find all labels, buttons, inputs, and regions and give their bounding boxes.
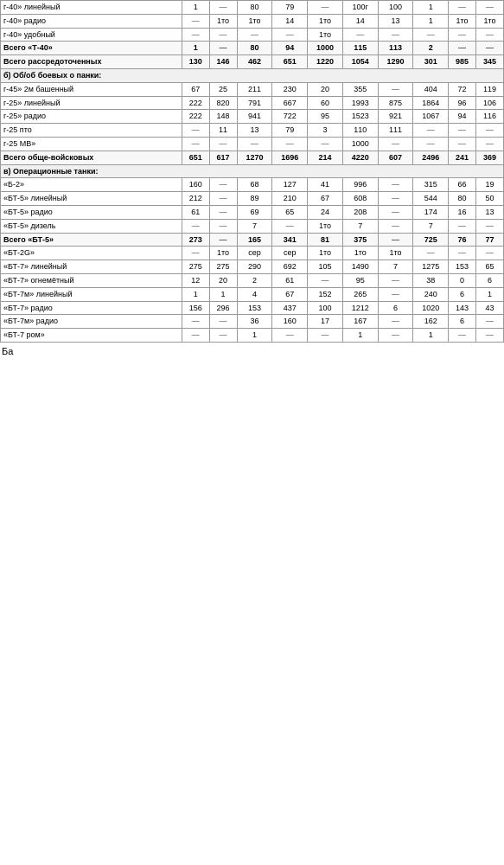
row-cell: — <box>272 28 308 42</box>
row-cell: — <box>449 219 476 233</box>
row-cell: 1 <box>413 1 449 15</box>
row-cell: — <box>413 247 449 260</box>
row-cell: 152 <box>308 287 343 301</box>
row-cell: 1то <box>308 219 343 233</box>
row-cell: 100г <box>342 1 378 15</box>
row-label: Всего обще-войсковых <box>1 151 182 164</box>
row-cell: 667 <box>272 96 308 110</box>
row-cell: 68 <box>237 178 272 192</box>
main-table: г-40» линейный1—8079—100г1001——г-40» рад… <box>0 0 504 343</box>
row-cell: 315 <box>413 178 449 192</box>
row-cell: 41 <box>308 178 343 192</box>
row-cell: 240 <box>413 287 449 301</box>
row-cell: — <box>378 28 413 42</box>
row-cell: 301 <box>413 55 449 69</box>
table-row: Всего рассредоточенных130146462651122010… <box>1 55 504 69</box>
row-label: г-25 пто <box>1 124 182 138</box>
row-cell: 19 <box>475 178 503 192</box>
row-cell: 692 <box>272 260 308 274</box>
row-cell: 111 <box>378 124 413 138</box>
table-row: Всего «БТ-5»273—16534181375—7257677 <box>1 233 504 247</box>
row-cell: 725 <box>413 233 449 247</box>
section-header-row: б) Об/об боевых о панки: <box>1 68 504 82</box>
row-cell: — <box>237 28 272 42</box>
row-cell: 61 <box>272 273 308 287</box>
row-cell: — <box>342 28 378 42</box>
row-cell: — <box>308 137 343 151</box>
row-cell: 65 <box>475 260 503 274</box>
row-cell: 275 <box>209 260 237 274</box>
row-cell: 143 <box>449 301 476 315</box>
row-cell: 116 <box>475 110 503 124</box>
row-cell: 617 <box>209 151 237 164</box>
row-cell: 985 <box>449 55 476 69</box>
row-cell: 1523 <box>342 110 378 124</box>
row-cell: 79 <box>272 124 308 138</box>
row-cell: — <box>449 124 476 138</box>
row-cell: 1490 <box>342 260 378 274</box>
row-cell: 2496 <box>413 151 449 164</box>
row-cell: — <box>182 219 209 233</box>
row-cell: — <box>209 42 237 55</box>
row-cell: 2 <box>413 42 449 55</box>
row-cell: 6 <box>449 287 476 301</box>
row-cell: 25 <box>209 82 237 96</box>
row-cell: 7 <box>413 219 449 233</box>
row-label: г-40» удобный <box>1 28 182 42</box>
row-label: «БТ-7» радио <box>1 301 182 315</box>
row-cell: 1то <box>342 247 378 260</box>
row-cell: 1067 <box>413 110 449 124</box>
row-cell: — <box>182 315 209 329</box>
row-label: г-45» 2м башенный <box>1 82 182 96</box>
row-cell: 1то <box>209 247 237 260</box>
footer-label: Ба <box>0 343 504 360</box>
row-cell: 12 <box>182 273 209 287</box>
row-cell: 651 <box>272 55 308 69</box>
row-cell: 79 <box>272 1 308 15</box>
row-cell: 544 <box>413 192 449 206</box>
row-cell: 222 <box>182 96 209 110</box>
row-cell: 355 <box>342 82 378 96</box>
row-cell: 72 <box>449 82 476 96</box>
row-cell: — <box>449 1 476 15</box>
row-cell: 1то <box>209 14 237 28</box>
row-cell: 345 <box>475 55 503 69</box>
row-label: г-40» радио <box>1 14 182 28</box>
row-cell: 106 <box>475 96 503 110</box>
row-cell: 80 <box>449 192 476 206</box>
row-cell: 60 <box>308 96 343 110</box>
row-cell: 6 <box>449 315 476 329</box>
row-cell: — <box>209 205 237 219</box>
row-cell: 996 <box>342 178 378 192</box>
row-cell: 67 <box>182 82 209 96</box>
row-cell: 165 <box>237 233 272 247</box>
row-cell: 1212 <box>342 301 378 315</box>
row-cell: 273 <box>182 233 209 247</box>
row-cell: — <box>475 219 503 233</box>
row-cell: 105 <box>308 260 343 274</box>
row-cell: 94 <box>272 42 308 55</box>
row-cell: 1696 <box>272 151 308 164</box>
row-label: «БТ-7м» линейный <box>1 287 182 301</box>
row-cell: 1 <box>475 287 503 301</box>
row-cell: 651 <box>182 151 209 164</box>
row-cell: 1220 <box>308 55 343 69</box>
row-cell: 11 <box>209 124 237 138</box>
table-row: Всего «Т-40»1—809410001151132—— <box>1 42 504 55</box>
table-row: г-25 МВ»—————1000———— <box>1 137 504 151</box>
row-label: «БТ-5» линейный <box>1 192 182 206</box>
row-cell: — <box>449 28 476 42</box>
row-label: г-25» линейный <box>1 96 182 110</box>
row-cell: 69 <box>237 205 272 219</box>
row-label: «БТ-7» линейный <box>1 260 182 274</box>
row-cell: 369 <box>475 151 503 164</box>
row-cell: 80 <box>237 1 272 15</box>
row-cell: 1 <box>209 287 237 301</box>
row-label: «БТ-7 ром» <box>1 329 182 343</box>
row-cell: 160 <box>182 178 209 192</box>
row-cell: — <box>182 137 209 151</box>
row-cell: 95 <box>308 110 343 124</box>
row-cell: 96 <box>449 96 476 110</box>
row-cell: 7 <box>378 260 413 274</box>
row-cell: — <box>308 1 343 15</box>
